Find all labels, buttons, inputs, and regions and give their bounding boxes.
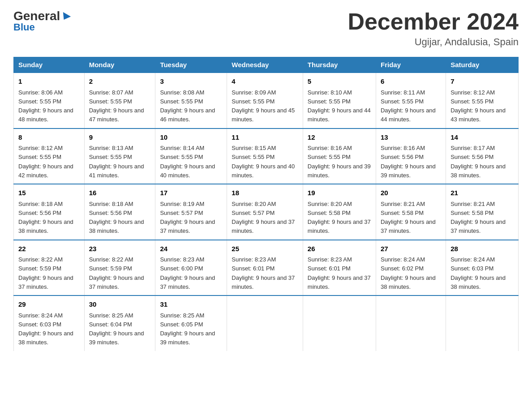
day-cell: 14 Sunrise: 8:17 AMSunset: 5:56 PMDaylig… [446,128,519,184]
day-info: Sunrise: 8:18 AMSunset: 5:56 PMDaylight:… [89,201,144,235]
day-cell: 31 Sunrise: 8:25 AMSunset: 6:05 PMDaylig… [155,295,227,351]
header-friday: Friday [376,57,446,73]
day-cell: 29 Sunrise: 8:24 AMSunset: 6:03 PMDaylig… [14,295,85,351]
day-number: 25 [232,244,298,254]
day-cell: 21 Sunrise: 8:21 AMSunset: 5:58 PMDaylig… [446,184,519,240]
logo: General Blue [13,9,70,33]
day-number: 7 [450,77,514,87]
day-info: Sunrise: 8:24 AMSunset: 6:03 PMDaylight:… [18,312,73,346]
day-cell: 3 Sunrise: 8:08 AMSunset: 5:55 PMDayligh… [155,73,227,128]
calendar-title: December 2024 [348,9,519,34]
day-number: 11 [232,133,298,143]
header-sunday: Sunday [14,57,85,73]
day-number: 28 [450,244,514,254]
day-info: Sunrise: 8:15 AMSunset: 5:55 PMDaylight:… [232,145,295,179]
calendar-table: SundayMondayTuesdayWednesdayThursdayFrid… [13,57,519,351]
header-monday: Monday [84,57,155,73]
calendar-header-row: SundayMondayTuesdayWednesdayThursdayFrid… [14,57,519,73]
day-number: 12 [308,133,371,143]
day-cell: 12 Sunrise: 8:16 AMSunset: 5:55 PMDaylig… [303,128,376,184]
header-tuesday: Tuesday [155,57,227,73]
day-cell: 6 Sunrise: 8:11 AMSunset: 5:55 PMDayligh… [376,73,446,128]
week-row-3: 15 Sunrise: 8:18 AMSunset: 5:56 PMDaylig… [14,184,519,240]
day-cell [303,295,376,351]
day-cell: 30 Sunrise: 8:25 AMSunset: 6:04 PMDaylig… [84,295,155,351]
day-cell: 2 Sunrise: 8:07 AMSunset: 5:55 PMDayligh… [84,73,155,128]
day-info: Sunrise: 8:21 AMSunset: 5:58 PMDaylight:… [381,201,436,235]
day-cell: 9 Sunrise: 8:13 AMSunset: 5:55 PMDayligh… [84,128,155,184]
day-info: Sunrise: 8:18 AMSunset: 5:56 PMDaylight:… [18,201,73,235]
day-info: Sunrise: 8:19 AMSunset: 5:57 PMDaylight:… [160,201,215,235]
page-header: General Blue December 2024 Ugijar, Andal… [13,9,519,48]
day-number: 8 [18,133,80,143]
day-number: 3 [160,77,222,87]
day-number: 30 [89,300,151,310]
header-thursday: Thursday [303,57,376,73]
logo-triangle-icon [60,12,71,22]
day-number: 15 [18,188,80,198]
day-number: 6 [381,77,441,87]
day-cell: 7 Sunrise: 8:12 AMSunset: 5:55 PMDayligh… [446,73,519,128]
day-cell: 1 Sunrise: 8:06 AMSunset: 5:55 PMDayligh… [14,73,85,128]
day-info: Sunrise: 8:23 AMSunset: 6:01 PMDaylight:… [308,256,371,290]
day-number: 2 [89,77,151,87]
day-cell: 4 Sunrise: 8:09 AMSunset: 5:55 PMDayligh… [227,73,303,128]
day-cell: 17 Sunrise: 8:19 AMSunset: 5:57 PMDaylig… [155,184,227,240]
logo-blue: Blue [13,21,35,33]
day-info: Sunrise: 8:16 AMSunset: 5:55 PMDaylight:… [308,145,371,179]
day-info: Sunrise: 8:23 AMSunset: 6:01 PMDaylight:… [232,256,295,290]
day-number: 22 [18,244,80,254]
day-number: 17 [160,188,222,198]
day-number: 20 [381,188,441,198]
day-cell: 28 Sunrise: 8:24 AMSunset: 6:03 PMDaylig… [446,240,519,296]
day-number: 14 [450,133,514,143]
day-cell: 25 Sunrise: 8:23 AMSunset: 6:01 PMDaylig… [227,240,303,296]
day-info: Sunrise: 8:11 AMSunset: 5:55 PMDaylight:… [381,89,436,123]
day-cell [376,295,446,351]
day-number: 13 [381,133,441,143]
day-info: Sunrise: 8:21 AMSunset: 5:58 PMDaylight:… [450,201,506,235]
day-number: 21 [450,188,514,198]
day-info: Sunrise: 8:23 AMSunset: 6:00 PMDaylight:… [160,256,215,290]
day-number: 16 [89,188,151,198]
week-row-4: 22 Sunrise: 8:22 AMSunset: 5:59 PMDaylig… [14,240,519,296]
day-info: Sunrise: 8:09 AMSunset: 5:55 PMDaylight:… [232,89,295,123]
day-info: Sunrise: 8:25 AMSunset: 6:05 PMDaylight:… [160,312,215,346]
day-cell: 22 Sunrise: 8:22 AMSunset: 5:59 PMDaylig… [14,240,85,296]
day-cell [446,295,519,351]
day-number: 29 [18,300,80,310]
week-row-5: 29 Sunrise: 8:24 AMSunset: 6:03 PMDaylig… [14,295,519,351]
day-number: 9 [89,133,151,143]
day-info: Sunrise: 8:22 AMSunset: 5:59 PMDaylight:… [89,256,144,290]
day-cell: 23 Sunrise: 8:22 AMSunset: 5:59 PMDaylig… [84,240,155,296]
day-number: 18 [232,188,298,198]
day-number: 26 [308,244,371,254]
day-number: 10 [160,133,222,143]
day-info: Sunrise: 8:12 AMSunset: 5:55 PMDaylight:… [450,89,506,123]
day-info: Sunrise: 8:06 AMSunset: 5:55 PMDaylight:… [18,89,73,123]
day-number: 5 [308,77,371,87]
day-info: Sunrise: 8:12 AMSunset: 5:55 PMDaylight:… [18,145,73,179]
day-cell: 18 Sunrise: 8:20 AMSunset: 5:57 PMDaylig… [227,184,303,240]
week-row-1: 1 Sunrise: 8:06 AMSunset: 5:55 PMDayligh… [14,73,519,128]
day-info: Sunrise: 8:24 AMSunset: 6:02 PMDaylight:… [381,256,436,290]
day-number: 31 [160,300,222,310]
day-number: 23 [89,244,151,254]
day-info: Sunrise: 8:16 AMSunset: 5:56 PMDaylight:… [381,145,436,179]
day-cell: 5 Sunrise: 8:10 AMSunset: 5:55 PMDayligh… [303,73,376,128]
day-cell: 13 Sunrise: 8:16 AMSunset: 5:56 PMDaylig… [376,128,446,184]
day-info: Sunrise: 8:20 AMSunset: 5:57 PMDaylight:… [232,201,295,235]
day-cell: 11 Sunrise: 8:15 AMSunset: 5:55 PMDaylig… [227,128,303,184]
day-number: 4 [232,77,298,87]
day-info: Sunrise: 8:08 AMSunset: 5:55 PMDaylight:… [160,89,215,123]
day-cell: 8 Sunrise: 8:12 AMSunset: 5:55 PMDayligh… [14,128,85,184]
header-wednesday: Wednesday [227,57,303,73]
day-cell: 15 Sunrise: 8:18 AMSunset: 5:56 PMDaylig… [14,184,85,240]
day-cell: 16 Sunrise: 8:18 AMSunset: 5:56 PMDaylig… [84,184,155,240]
day-cell: 19 Sunrise: 8:20 AMSunset: 5:58 PMDaylig… [303,184,376,240]
day-number: 24 [160,244,222,254]
week-row-2: 8 Sunrise: 8:12 AMSunset: 5:55 PMDayligh… [14,128,519,184]
day-info: Sunrise: 8:07 AMSunset: 5:55 PMDaylight:… [89,89,144,123]
day-cell: 20 Sunrise: 8:21 AMSunset: 5:58 PMDaylig… [376,184,446,240]
day-number: 19 [308,188,371,198]
